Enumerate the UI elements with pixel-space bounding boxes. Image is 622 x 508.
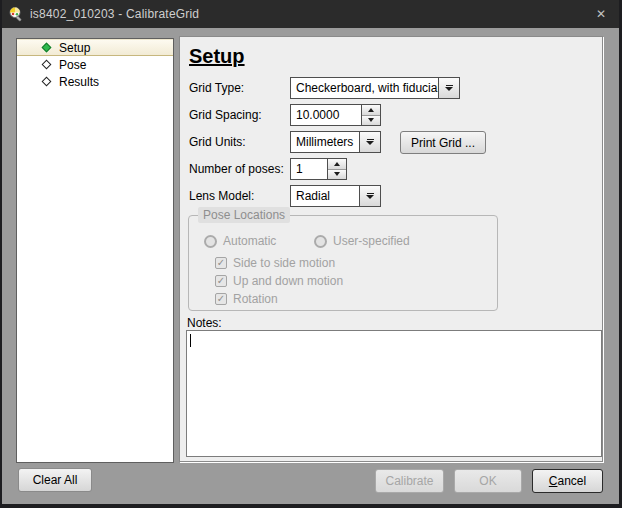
notes-label: Notes: [187, 316, 222, 330]
calibrate-grid-dialog: is8402_010203 - CalibrateGrid ✕ Setup Po… [0, 0, 622, 508]
pose-locations-group: Pose Locations Automatic User-specified … [188, 215, 498, 311]
page-title: Setup [189, 45, 245, 68]
chevron-down-icon[interactable] [438, 78, 459, 98]
clear-all-button[interactable]: Clear All [18, 468, 92, 492]
pose-locations-title: Pose Locations [198, 207, 290, 223]
checked-checkbox-icon: ✓ [215, 275, 227, 287]
tree-item-label: Results [59, 75, 99, 89]
radio-icon [204, 235, 217, 248]
grid-units-label: Grid Units: [189, 135, 246, 149]
side-to-side-label: Side to side motion [233, 256, 335, 270]
spin-up-icon[interactable] [362, 105, 380, 116]
spin-up-icon[interactable] [328, 159, 346, 170]
lens-model-value: Radial [291, 189, 359, 203]
tree-item-setup[interactable]: Setup [17, 39, 173, 56]
window-title: is8402_010203 - CalibrateGrid [30, 7, 580, 21]
tree-item-results[interactable]: Results [17, 73, 173, 90]
user-specified-radio: User-specified [314, 234, 410, 248]
notes-textarea[interactable] [186, 330, 602, 457]
checked-checkbox-icon: ✓ [215, 257, 227, 269]
grid-type-value: Checkerboard, with fiducial [291, 81, 438, 95]
grid-units-select[interactable]: Millimeters [290, 131, 381, 153]
number-of-poses-label: Number of poses: [189, 162, 284, 176]
lens-model-select[interactable]: Radial [290, 185, 381, 207]
rotation-label: Rotation [233, 292, 278, 306]
side-to-side-checkbox: ✓ Side to side motion [215, 255, 335, 270]
cancel-button[interactable]: Cancel [532, 469, 603, 493]
up-and-down-label: Up and down motion [233, 274, 343, 288]
text-caret [190, 334, 191, 347]
spin-down-icon[interactable] [328, 170, 346, 180]
tree-item-pose[interactable]: Pose [17, 56, 173, 73]
nav-tree: Setup Pose Results [16, 38, 174, 463]
print-grid-button[interactable]: Print Grid ... [400, 131, 486, 154]
automatic-radio-label: Automatic [223, 234, 276, 248]
hollow-diamond-icon [42, 77, 52, 87]
setup-panel: Setup Grid Type: Checkerboard, with fidu… [179, 36, 603, 462]
close-button[interactable]: ✕ [580, 0, 622, 28]
green-diamond-icon [42, 43, 52, 53]
automatic-radio: Automatic [204, 234, 276, 248]
grid-units-value: Millimeters [291, 135, 359, 149]
up-and-down-checkbox: ✓ Up and down motion [215, 273, 343, 288]
user-specified-radio-label: User-specified [333, 234, 410, 248]
rotation-checkbox: ✓ Rotation [215, 291, 278, 306]
grid-type-select[interactable]: Checkerboard, with fiducial [290, 77, 460, 99]
hollow-diamond-icon [42, 60, 52, 70]
checked-checkbox-icon: ✓ [215, 293, 227, 305]
radio-icon [314, 235, 327, 248]
grid-spacing-label: Grid Spacing: [189, 108, 262, 122]
chevron-down-icon[interactable] [359, 132, 380, 152]
grid-type-label: Grid Type: [189, 81, 244, 95]
spin-down-icon[interactable] [362, 116, 380, 126]
number-of-poses-input[interactable]: 1 [290, 158, 347, 180]
calibrate-button: Calibrate [375, 469, 444, 493]
cancel-button-label: Cancel [549, 474, 586, 488]
ok-button: OK [454, 469, 522, 493]
lens-model-label: Lens Model: [189, 189, 254, 203]
number-of-poses-value: 1 [291, 159, 327, 179]
titlebar: is8402_010203 - CalibrateGrid ✕ [0, 0, 622, 28]
tree-item-label: Setup [59, 41, 90, 55]
grid-spacing-input[interactable]: 10.0000 [290, 104, 381, 126]
grid-spacing-value: 10.0000 [291, 105, 361, 125]
chevron-down-icon[interactable] [359, 186, 380, 206]
app-icon [8, 6, 24, 22]
tree-item-label: Pose [59, 58, 86, 72]
